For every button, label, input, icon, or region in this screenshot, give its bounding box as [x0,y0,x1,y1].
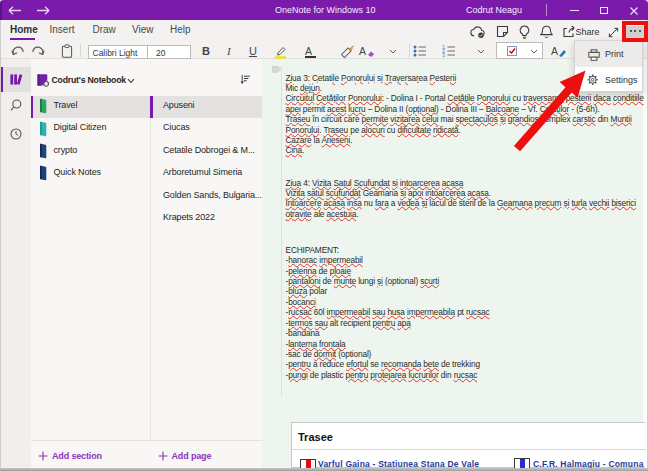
svg-text:3: 3 [442,53,445,57]
